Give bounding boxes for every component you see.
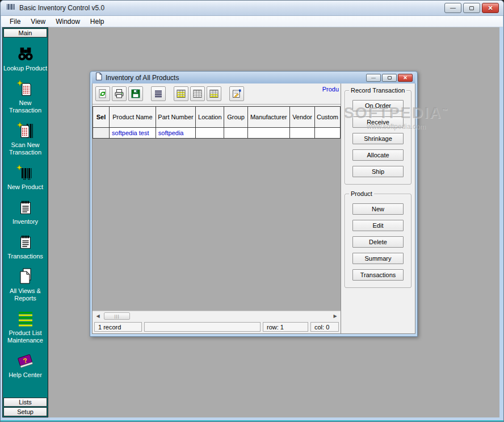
child-maximize-button[interactable] [382,74,397,82]
sidebar-item-product-list-maintenance[interactable]: Product List Maintenance [3,310,48,344]
sidebar-item-label: Inventory [3,218,48,225]
grid-highlight-icon [176,89,186,99]
product-group: Product New Edit Delete Summary Transact… [345,194,411,288]
menu-help[interactable]: Help [85,16,110,27]
col-header-manufacturer[interactable]: Manufacturer [247,107,290,128]
transactions-button[interactable]: Transactions [352,269,404,281]
status-col: col: 0 [310,322,339,332]
new-product-barcode-icon [16,164,35,182]
status-message [144,322,261,332]
app-titlebar: Basic Inventory Control v5.0 — ✕ [1,1,503,16]
list-view-button[interactable] [151,86,166,101]
scroll-left-arrow-icon[interactable]: ◀ [93,312,103,320]
close-button[interactable]: ✕ [482,3,499,13]
watermark-tm: ™ [442,107,448,114]
grid-view-plain-button[interactable] [190,86,205,101]
grid-view-partial-button[interactable] [207,86,221,101]
sidebar-tab-lists[interactable]: Lists [3,398,47,407]
col-header-custom[interactable]: Custom [315,107,341,128]
table-header-row: Sel Product Name Part Number Location Gr… [93,107,341,128]
help-book-icon: ? [16,352,35,370]
sidebar-item-transactions[interactable]: Transactions [3,233,48,260]
table-row[interactable]: softpedia test softpedia [93,128,341,139]
new-transaction-receipt-icon [16,80,35,98]
on-order-button[interactable]: On Order [352,100,404,111]
scroll-right-arrow-icon[interactable]: ▶ [330,312,340,320]
sidebar-item-inventory[interactable]: Inventory [3,198,48,225]
form-edit-icon [232,89,242,99]
cell-location[interactable] [196,128,224,139]
products-table[interactable]: Sel Product Name Part Number Location Gr… [93,106,341,139]
horizontal-scrollbar[interactable]: ◀ ||| ▶ [93,311,341,320]
toolbar: Produ [93,83,341,105]
cell-product-name[interactable]: softpedia test [110,128,156,139]
col-header-group[interactable]: Group [224,107,247,128]
receive-button[interactable]: Receive [352,116,404,128]
cell-sel[interactable] [93,128,110,139]
sidebar-item-help-center[interactable]: ? Help Center [3,352,48,379]
sidebar: Main Lookup Product New Transaction [2,27,48,417]
cell-part-number[interactable]: softpedia [156,128,195,139]
col-header-product-name[interactable]: Product Name [110,107,156,128]
sidebar-item-lookup-product[interactable]: Lookup Product [3,45,48,72]
menu-view[interactable]: View [26,16,51,27]
sidebar-item-label: Lookup Product [3,65,48,72]
child-minimize-button[interactable]: — [366,74,381,82]
striped-list-icon [16,310,35,328]
inventory-child-window: Inventory of All Products — ✕ [90,71,418,337]
sidebar-item-label: Transactions [3,253,48,260]
grid-area: Sel Product Name Part Number Location Gr… [93,105,341,311]
product-link[interactable]: Produ [322,86,339,93]
sidebar-item-all-views-reports[interactable]: All Views & Reports [3,268,48,302]
grid-partial-icon [209,89,219,99]
sidebar-item-new-product[interactable]: New Product [3,164,48,191]
col-header-location[interactable]: Location [196,107,224,128]
allocate-button[interactable]: Allocate [352,149,404,161]
sidebar-item-label: Product List Maintenance [3,329,48,344]
shrinkage-button[interactable]: Shrinkage [352,133,404,144]
grid-view-highlight-button[interactable] [174,86,188,101]
grid-plain-icon [192,89,203,99]
print-icon [114,89,124,99]
child-titlebar[interactable]: Inventory of All Products — ✕ [92,72,415,83]
sidebar-tab-main[interactable]: Main [3,28,47,37]
scan-transaction-icon [16,122,35,140]
save-icon [131,89,141,99]
list-view-icon [153,89,163,99]
mdi-workspace: Inventory of All Products — ✕ [48,27,499,417]
menu-file[interactable]: File [5,16,26,27]
col-header-part-number[interactable]: Part Number [156,107,195,128]
refresh-icon [98,89,108,99]
refresh-button[interactable] [95,86,110,101]
grid-pane: Produ Sel [93,83,341,333]
cell-group[interactable] [224,128,247,139]
delete-product-button[interactable]: Delete [352,236,404,248]
scrollbar-thumb[interactable]: ||| [104,312,130,320]
col-header-vendor[interactable]: Vendor [290,107,315,128]
form-properties-button[interactable] [229,86,244,101]
new-product-button[interactable]: New [352,203,404,215]
child-window-title: Inventory of All Products [106,74,179,82]
print-button[interactable] [112,86,127,101]
col-header-sel[interactable]: Sel [93,107,110,128]
sidebar-item-label: New Transaction [3,99,48,114]
maximize-button[interactable] [463,3,480,13]
child-close-button[interactable]: ✕ [398,74,413,82]
sidebar-tab-setup[interactable]: Setup [3,407,47,416]
cell-vendor[interactable] [290,128,315,139]
action-panel: Record Transaction On Order Receive Shri… [341,83,415,333]
edit-product-button[interactable]: Edit [352,220,404,231]
minimize-button[interactable]: — [444,3,461,13]
documents-icon [16,268,35,286]
menu-window[interactable]: Window [51,16,85,27]
save-button[interactable] [128,86,143,101]
sidebar-item-new-transaction[interactable]: New Transaction [3,80,48,114]
group-title: Product [349,190,374,197]
sidebar-item-label: New Product [3,183,48,191]
sidebar-item-label: Scan New Transaction [3,141,48,156]
ship-button[interactable]: Ship [352,166,404,177]
sidebar-item-scan-new-transaction[interactable]: Scan New Transaction [3,122,48,156]
summary-button[interactable]: Summary [352,253,404,264]
cell-manufacturer[interactable] [247,128,290,139]
cell-custom[interactable] [315,128,341,139]
